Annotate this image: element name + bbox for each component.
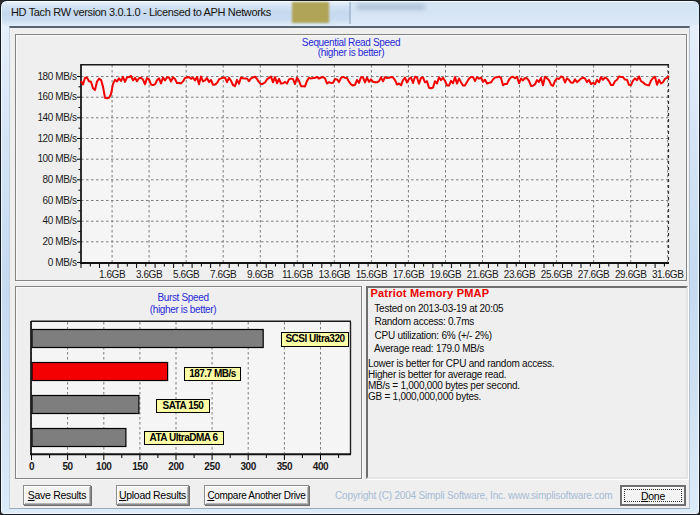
svg-text:120 MB/s: 120 MB/s xyxy=(37,133,76,144)
svg-text:20 MB/s: 20 MB/s xyxy=(43,236,77,247)
svg-text:3.6GB: 3.6GB xyxy=(136,269,163,280)
svg-text:150: 150 xyxy=(132,461,148,472)
svg-text:80 MB/s: 80 MB/s xyxy=(43,174,77,185)
svg-text:100 MB/s: 100 MB/s xyxy=(37,153,76,164)
svg-text:31.6GB: 31.6GB xyxy=(652,269,684,280)
svg-text:140 MB/s: 140 MB/s xyxy=(37,112,76,123)
svg-text:0 MB/s: 0 MB/s xyxy=(48,257,77,268)
svg-text:160 MB/s: 160 MB/s xyxy=(37,91,76,102)
svg-text:29.6GB: 29.6GB xyxy=(615,269,647,280)
svg-text:300: 300 xyxy=(240,461,256,472)
svg-text:60 MB/s: 60 MB/s xyxy=(43,195,77,206)
svg-text:15.6GB: 15.6GB xyxy=(356,269,388,280)
svg-text:13.6GB: 13.6GB xyxy=(319,269,351,280)
svg-text:250: 250 xyxy=(204,461,220,472)
svg-text:40 MB/s: 40 MB/s xyxy=(43,215,77,226)
svg-text:180 MB/s: 180 MB/s xyxy=(37,71,76,82)
svg-text:11.6GB: 11.6GB xyxy=(282,269,313,280)
svg-text:100: 100 xyxy=(96,461,112,472)
svg-text:19.6GB: 19.6GB xyxy=(430,269,462,280)
svg-text:5.6GB: 5.6GB xyxy=(173,269,200,280)
svg-text:21.6GB: 21.6GB xyxy=(467,269,499,280)
svg-text:200: 200 xyxy=(168,461,184,472)
svg-text:25.6GB: 25.6GB xyxy=(541,269,573,280)
svg-text:23.6GB: 23.6GB xyxy=(504,269,536,280)
svg-text:350: 350 xyxy=(277,461,293,472)
svg-text:0: 0 xyxy=(29,461,35,472)
svg-text:7.6GB: 7.6GB xyxy=(210,269,237,280)
svg-text:400: 400 xyxy=(313,461,329,472)
svg-text:50: 50 xyxy=(62,461,73,472)
svg-text:27.6GB: 27.6GB xyxy=(578,269,610,280)
svg-text:1.6GB: 1.6GB xyxy=(99,269,126,280)
svg-text:9.6GB: 9.6GB xyxy=(247,269,274,280)
svg-text:17.6GB: 17.6GB xyxy=(393,269,425,280)
